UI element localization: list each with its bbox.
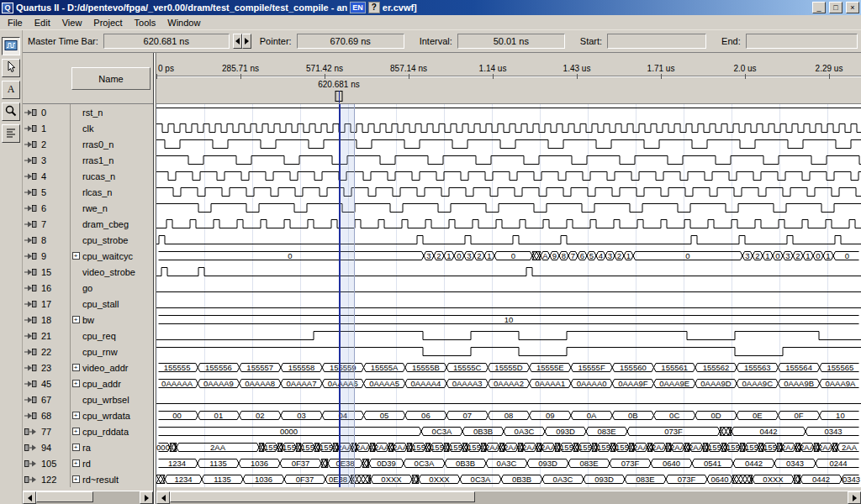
signal-row-cpu_addr[interactable]: 45+cpu_addr — [23, 375, 153, 391]
menu-view[interactable]: View — [57, 16, 89, 29]
waveform-rd~result[interactable]: 1234113510360F370E380XXX0XXX0C3A0B3B0A3C… — [156, 471, 861, 487]
menu-edit[interactable]: Edit — [29, 16, 57, 29]
waveform-rras0_n[interactable] — [156, 136, 861, 152]
expand-toggle-icon[interactable]: + — [72, 316, 80, 323]
signal-row-rst_n[interactable]: 0rst_n — [23, 104, 153, 120]
menu-file[interactable]: File — [3, 16, 29, 29]
waveform-cpu_req[interactable] — [156, 328, 861, 344]
waveform-cpu_wrbsel[interactable] — [156, 391, 861, 407]
signal-row-cpu_req[interactable]: 21cpu_req — [23, 328, 153, 344]
spin-right-button[interactable] — [242, 34, 251, 49]
signal-row-clk[interactable]: 1clk — [23, 120, 153, 136]
waveform-cpu_wrdata[interactable]: 000102030405060708090A0B0C0D0E0F10 — [156, 407, 861, 423]
signal-row-rwe_n[interactable]: 6rwe_n — [23, 200, 153, 216]
spin-left-button[interactable] — [233, 34, 242, 49]
signal-row-rras1_n[interactable]: 3rras1_n — [23, 152, 153, 168]
names-scrollbar-thumb[interactable] — [36, 491, 93, 502]
waveform-video_addr[interactable]: 15555515555615555715555815555915555A1555… — [156, 360, 861, 375]
expand-toggle-icon[interactable]: + — [72, 459, 80, 467]
signal-row-rd~result[interactable]: 122+rd~result — [23, 471, 153, 487]
wave-scroll-left-button[interactable] — [156, 491, 170, 504]
waveform-cpu_rnw[interactable] — [156, 344, 861, 360]
waveform-rows[interactable]: 032103210A987654321032103210101015555515… — [156, 104, 861, 487]
expand-toggle-icon[interactable]: + — [72, 252, 80, 260]
expand-toggle-icon[interactable]: + — [72, 444, 80, 451]
signal-row-cpu_wrdata[interactable]: 68+cpu_wrdata — [23, 407, 153, 423]
expand-toggle-icon[interactable]: + — [72, 475, 80, 483]
waveform-rst_n[interactable] — [156, 104, 861, 120]
selection-tool-button[interactable] — [2, 59, 20, 77]
wave-scrollbar-track[interactable] — [170, 491, 848, 504]
master-time-field[interactable]: 620.681 ns — [103, 34, 230, 49]
help-badge[interactable]: ? — [368, 2, 380, 13]
signal-row-rlcas_n[interactable]: 5rlcas_n — [23, 184, 153, 200]
waveform-rd[interactable]: 1234113510360F370E380D390C3A0B3B0A3C093D… — [156, 455, 861, 471]
signal-row-cpu_stall[interactable]: 17cpu_stall — [23, 296, 153, 312]
zoom-tool-button[interactable] — [2, 102, 20, 121]
signal-row-video_addr[interactable]: 23+video_addr — [23, 360, 153, 375]
start-field[interactable] — [607, 34, 706, 49]
wave-scrollbar-thumb[interactable] — [170, 491, 475, 502]
svg-text:2AA: 2AA — [689, 443, 705, 452]
waveform-clk[interactable] — [156, 120, 861, 136]
svg-text:1036: 1036 — [251, 459, 268, 468]
wave-scroll-right-button[interactable] — [848, 491, 861, 504]
waveform-rras1_n[interactable] — [156, 152, 861, 168]
signal-number: 16 — [39, 283, 69, 293]
maximize-button[interactable]: □ — [829, 2, 843, 13]
waveform-horizontal-scrollbar[interactable] — [156, 491, 861, 504]
menu-project[interactable]: Project — [88, 16, 129, 29]
signal-row-cpu_wrbsel[interactable]: 67cpu_wrbsel — [23, 391, 153, 407]
end-field[interactable] — [746, 34, 858, 49]
waveform-cpu_rddata[interactable]: 00000C3A0B3B0A3C093D083E073F04420343 — [156, 423, 861, 439]
waveform-cpu_strobe[interactable] — [156, 232, 861, 248]
names-scrollbar-track[interactable] — [36, 491, 140, 504]
waveform-rwe_n[interactable] — [156, 200, 861, 216]
minimize-button[interactable]: _ — [812, 2, 826, 13]
expand-toggle-icon[interactable]: + — [72, 380, 80, 387]
waveform-dram_cbeg[interactable] — [156, 216, 861, 232]
signal-row-rras0_n[interactable]: 2rras0_n — [23, 136, 153, 152]
names-horizontal-scrollbar[interactable] — [23, 491, 153, 504]
expand-toggle-icon[interactable]: + — [72, 412, 80, 419]
svg-text:073F: 073F — [678, 475, 696, 484]
signal-row-rd[interactable]: 105+rd — [23, 455, 153, 471]
master-time-spinner — [233, 34, 251, 49]
name-column-header[interactable]: Name — [71, 67, 151, 90]
signal-row-cpu_waitcyc[interactable]: 9+cpu_waitcyc — [23, 248, 153, 264]
waveform-rlcas_n[interactable] — [156, 184, 861, 200]
names-scroll-right-button[interactable] — [140, 491, 153, 504]
signal-row-ra[interactable]: 94+ra — [23, 439, 153, 455]
waveform-rucas_n[interactable] — [156, 168, 861, 184]
sort-tool-button[interactable] — [2, 124, 20, 143]
signal-row-cpu_rnw[interactable]: 22cpu_rnw — [23, 344, 153, 360]
signal-row-bw[interactable]: 18+bw — [23, 312, 153, 328]
text-tool-button[interactable]: A — [2, 81, 20, 99]
waveform-go[interactable] — [156, 280, 861, 296]
signal-row-go[interactable]: 16go — [23, 280, 153, 296]
menu-window[interactable]: Window — [162, 16, 207, 29]
names-scroll-left-button[interactable] — [23, 491, 36, 504]
waveform-bw[interactable]: 10 — [156, 312, 861, 328]
signal-row-video_strobe[interactable]: 15video_strobe — [23, 264, 153, 280]
menu-tools[interactable]: Tools — [129, 16, 163, 29]
signal-row-rucas_n[interactable]: 4rucas_n — [23, 168, 153, 184]
signal-row-cpu_strobe[interactable]: 8cpu_strobe — [23, 232, 153, 248]
svg-text:2AA: 2AA — [504, 443, 520, 452]
input-pin-icon — [24, 412, 39, 420]
waveform-cpu_stall[interactable] — [156, 296, 861, 312]
expand-toggle-icon[interactable]: + — [72, 428, 80, 435]
signal-row-cpu_rddata[interactable]: 77+cpu_rddata — [23, 423, 153, 439]
language-badge[interactable]: EN — [350, 2, 366, 13]
time-ruler[interactable]: 0 ps285.71 ns571.42 ns857.14 ns1.14 us1.… — [156, 53, 861, 104]
waveform-ra[interactable]: 0002AA1551551551552AA2AA2AA2AA1551551551… — [156, 439, 861, 455]
master-time-marker-line[interactable] — [339, 104, 341, 487]
waveform-editor-tool-button[interactable] — [2, 37, 20, 55]
ruler-tick-mark — [829, 74, 830, 79]
close-button[interactable]: × — [846, 2, 859, 13]
waveform-cpu_addr[interactable]: 0AAAAA0AAAA90AAAA80AAAA70AAAA60AAAA50AAA… — [156, 375, 861, 391]
expand-toggle-icon[interactable]: + — [72, 364, 80, 371]
waveform-video_strobe[interactable] — [156, 264, 861, 280]
waveform-cpu_waitcyc[interactable]: 032103210A98765432103210321010 — [156, 248, 861, 264]
signal-row-dram_cbeg[interactable]: 7dram_cbeg — [23, 216, 153, 232]
